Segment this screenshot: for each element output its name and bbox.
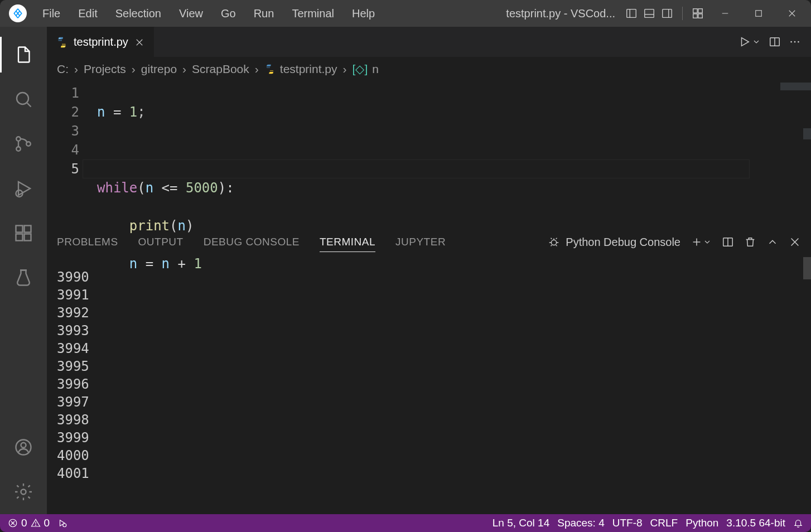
terminal-line: 3992: [57, 304, 801, 322]
menu-view[interactable]: View: [170, 4, 212, 23]
breadcrumb-symbol[interactable]: n: [372, 62, 379, 76]
menu-selection[interactable]: Selection: [107, 4, 170, 23]
activity-search[interactable]: [0, 77, 47, 122]
customize-layout-icon[interactable]: [692, 7, 704, 20]
breadcrumb-file[interactable]: testprint.py: [280, 62, 337, 76]
svg-rect-23: [25, 234, 31, 241]
status-problems[interactable]: 0 0: [8, 517, 50, 529]
code-area[interactable]: n = 1; while(n <= 5000): print(n) n = n …: [97, 81, 761, 226]
bell-icon: [793, 518, 803, 528]
status-debug-launch[interactable]: [57, 518, 67, 528]
terminal-line: 4000: [57, 447, 801, 465]
menu-help[interactable]: Help: [343, 4, 384, 23]
svg-point-37: [794, 41, 796, 43]
editor-tab-testprint[interactable]: testprint.py: [47, 27, 155, 57]
code-line[interactable]: [97, 141, 761, 159]
menu-terminal[interactable]: Terminal: [283, 4, 343, 23]
svg-marker-33: [742, 38, 749, 46]
run-python-icon[interactable]: [738, 36, 751, 48]
breadcrumb-folder[interactable]: ScrapBook: [192, 62, 249, 76]
split-editor-icon[interactable]: [769, 36, 781, 48]
activity-bar: [0, 27, 47, 514]
minimap[interactable]: [761, 81, 811, 226]
terminal-line: 3990: [57, 268, 801, 286]
activity-extensions[interactable]: [0, 211, 47, 255]
maximize-panel-icon[interactable]: [766, 236, 779, 248]
activity-settings[interactable]: [0, 470, 47, 514]
chevron-right-icon: ›: [74, 62, 78, 76]
svg-rect-8: [693, 14, 697, 18]
close-panel-icon[interactable]: [789, 236, 801, 248]
svg-point-18: [26, 142, 31, 146]
svg-point-36: [790, 41, 792, 43]
svg-rect-9: [698, 14, 702, 18]
activity-run-debug[interactable]: [0, 166, 47, 211]
status-indentation[interactable]: Spaces: 4: [557, 517, 605, 529]
panel: PROBLEMS OUTPUT DEBUG CONSOLE TERMINAL J…: [47, 226, 811, 514]
run-dropdown-icon[interactable]: [752, 37, 761, 46]
activity-source-control[interactable]: [0, 122, 47, 166]
menu-go[interactable]: Go: [212, 4, 245, 23]
svg-point-28: [21, 490, 26, 495]
terminal-line: 3991: [57, 286, 801, 304]
app-logo: [2, 4, 33, 22]
minimap-region: [803, 128, 811, 139]
activity-accounts[interactable]: [0, 425, 47, 470]
breadcrumb-drive[interactable]: C:: [57, 62, 69, 76]
terminal-scrollbar[interactable]: [803, 257, 811, 279]
status-encoding[interactable]: UTF-8: [612, 517, 643, 529]
menu-file[interactable]: File: [33, 4, 69, 23]
toggle-panel-icon[interactable]: [643, 7, 655, 20]
svg-rect-24: [25, 226, 31, 233]
editor[interactable]: 1 2 3 4 5 n = 1; while(n <= 5000): print…: [47, 81, 811, 226]
more-actions-icon[interactable]: [789, 36, 801, 48]
code-line[interactable]: n = 1;: [97, 103, 761, 122]
warning-icon: [31, 518, 41, 528]
maximize-button[interactable]: [742, 0, 775, 27]
status-cursor[interactable]: Ln 5, Col 14: [493, 517, 549, 529]
toggle-primary-sidebar-icon[interactable]: [625, 7, 638, 20]
terminal-line: 3996: [57, 375, 801, 393]
svg-marker-51: [60, 520, 65, 526]
menu-edit[interactable]: Edit: [69, 4, 106, 23]
svg-point-50: [35, 525, 36, 525]
chevron-right-icon: ›: [132, 62, 136, 76]
line-number: 2: [47, 103, 79, 122]
toggle-secondary-sidebar-icon[interactable]: [661, 7, 673, 20]
breadcrumb-folder[interactable]: Projects: [84, 62, 126, 76]
svg-point-14: [17, 93, 28, 104]
tab-close-icon[interactable]: [134, 37, 145, 48]
status-python-interpreter[interactable]: 3.10.5 64-bit: [726, 517, 785, 529]
breadcrumb-folder[interactable]: gitrepo: [141, 62, 177, 76]
svg-rect-21: [16, 226, 23, 233]
status-notifications[interactable]: [793, 518, 803, 528]
svg-rect-0: [627, 9, 636, 18]
menu-run[interactable]: Run: [245, 4, 283, 23]
titlebar: File Edit Selection View Go Run Terminal…: [0, 0, 811, 27]
python-file-icon: [56, 36, 68, 49]
breadcrumb[interactable]: C: › Projects › gitrepo › ScrapBook › te…: [47, 57, 811, 81]
code-line[interactable]: print(n): [97, 216, 761, 235]
activity-explorer[interactable]: [0, 32, 47, 77]
error-count: 0: [21, 517, 27, 529]
tab-label: testprint.py: [74, 36, 128, 49]
terminal-output[interactable]: 3990 3991 3992 3993 3994 3995 3996 3997 …: [47, 257, 811, 514]
status-language[interactable]: Python: [686, 517, 718, 529]
line-number: 4: [47, 141, 79, 159]
minimize-button[interactable]: [708, 0, 742, 27]
chevron-right-icon: ›: [182, 62, 186, 76]
line-number: 3: [47, 122, 79, 141]
svg-point-16: [16, 137, 21, 141]
svg-point-38: [798, 41, 799, 43]
close-button[interactable]: [775, 0, 809, 27]
line-number-gutter: 1 2 3 4 5: [47, 81, 97, 226]
code-line[interactable]: while(n <= 5000):: [97, 178, 761, 197]
window-title: testprint.py - VSCod...: [500, 7, 621, 20]
activity-testing[interactable]: [0, 255, 47, 300]
status-eol[interactable]: CRLF: [650, 517, 678, 529]
window-controls: [708, 0, 809, 27]
terminal-line: 3997: [57, 393, 801, 411]
current-line-highlight: [83, 159, 750, 178]
terminal-line: 4001: [57, 465, 801, 482]
error-icon: [8, 518, 18, 528]
